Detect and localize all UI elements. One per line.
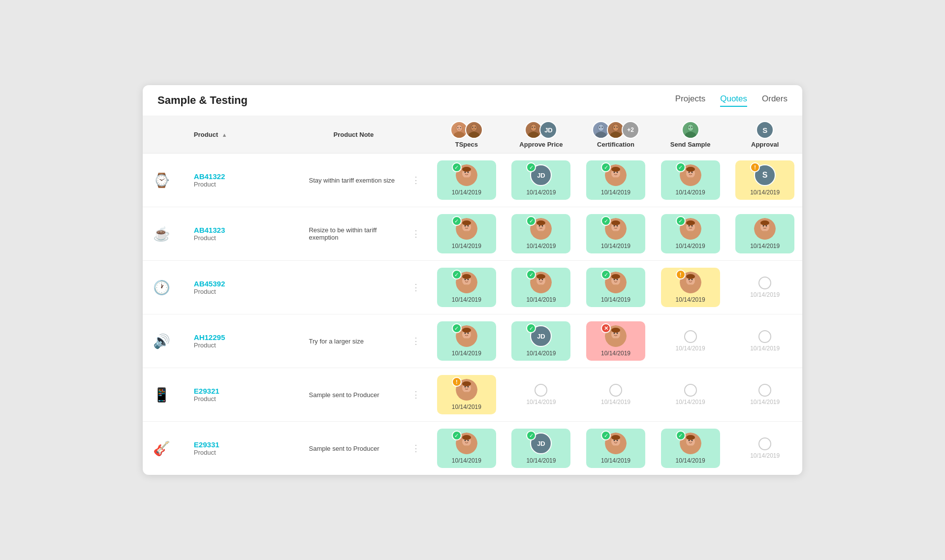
th-approve-avatars: JD — [525, 121, 557, 139]
row-menu-dots[interactable]: ⋮ — [408, 280, 424, 294]
approve-price-cell[interactable]: ✓ 10/14/2019 — [504, 261, 579, 314]
row-menu-cell[interactable]: ⋮ — [402, 207, 429, 261]
svg-point-28 — [689, 127, 690, 128]
svg-point-23 — [614, 127, 615, 128]
svg-point-3 — [457, 127, 458, 128]
svg-point-111 — [688, 279, 690, 280]
approve-price-cell[interactable]: ✓ 10/14/2019 — [504, 207, 579, 261]
svg-point-118 — [464, 333, 466, 334]
tspecs-cell[interactable]: ! 10/14/2019 — [429, 368, 504, 422]
product-label: Product — [194, 181, 301, 188]
svg-point-148 — [611, 435, 620, 440]
send-sample-cell[interactable]: ✓ 10/14/2019 — [653, 207, 728, 261]
send-sample-cell[interactable]: ✓ 10/14/2019 — [653, 422, 728, 475]
product-note: Try for a larger size — [309, 338, 364, 345]
certification-cell[interactable]: 10/14/2019 — [578, 368, 653, 422]
svg-point-2 — [457, 125, 462, 131]
certification-cell[interactable]: ✓ 10/14/2019 — [578, 207, 653, 261]
product-id[interactable]: AB41323 — [194, 226, 301, 234]
approval-cell[interactable]: 10/14/2019 — [727, 261, 802, 314]
product-id[interactable]: E29331 — [194, 440, 301, 449]
product-id[interactable]: AB41322 — [194, 172, 301, 181]
tab-projects[interactable]: Projects — [675, 94, 705, 107]
row-menu-dots[interactable]: ⋮ — [408, 441, 424, 455]
product-name-cell: AB45392 Product — [186, 261, 305, 314]
svg-point-71 — [611, 220, 620, 225]
svg-point-18 — [599, 127, 600, 128]
tspecs-cell[interactable]: ✓ 10/14/2019 — [429, 314, 504, 368]
approval-cell[interactable]: 10/14/2019 — [727, 422, 802, 475]
svg-point-17 — [598, 124, 604, 130]
tab-quotes[interactable]: Quotes — [720, 94, 747, 107]
tspecs-cell[interactable]: ✓ 10/14/2019 — [429, 154, 504, 207]
svg-point-76 — [688, 225, 690, 227]
certification-cell[interactable]: ✓ 10/14/2019 — [578, 154, 653, 207]
table-row: 🔊 AH12295 Product Try for a larger size … — [143, 314, 802, 368]
row-menu-dots[interactable]: ⋮ — [408, 334, 424, 348]
approval-cell[interactable]: 10/14/2019 — [727, 368, 802, 422]
approval-cell[interactable]: 10/14/2019 — [727, 314, 802, 368]
svg-point-98 — [542, 279, 543, 280]
main-table: Product ▲ Product Note — [143, 116, 802, 475]
svg-point-29 — [691, 127, 692, 128]
certification-cell[interactable]: ✓ 10/14/2019 — [578, 261, 653, 314]
table-container: Product ▲ Product Note — [143, 116, 802, 475]
product-image: 📱 — [147, 380, 176, 409]
th-approval-label: Approval — [751, 141, 779, 148]
row-menu-dots[interactable]: ⋮ — [408, 388, 424, 402]
product-name-cell: AB41322 Product — [186, 154, 305, 207]
row-menu-cell[interactable]: ⋮ — [402, 314, 429, 368]
send-sample-cell[interactable]: 10/14/2019 — [653, 368, 728, 422]
row-menu-dots[interactable]: ⋮ — [408, 227, 424, 241]
svg-point-91 — [467, 279, 469, 280]
tspecs-cell[interactable]: ✓ 10/14/2019 — [429, 207, 504, 261]
svg-point-90 — [464, 279, 466, 280]
tab-orders[interactable]: Orders — [762, 94, 788, 107]
svg-point-27 — [688, 124, 693, 130]
approval-cell[interactable]: 10/14/2019 — [727, 207, 802, 261]
th-cert-avatars: +2 — [592, 121, 639, 139]
approve-price-cell[interactable]: ✓ JD 10/14/2019 — [504, 422, 579, 475]
th-product[interactable]: Product ▲ — [186, 116, 305, 154]
approval-cell[interactable]: ! S 10/14/2019 — [727, 154, 802, 207]
product-id[interactable]: AB45392 — [194, 280, 301, 288]
row-menu-cell[interactable]: ⋮ — [402, 368, 429, 422]
send-sample-cell[interactable]: ✓ 10/14/2019 — [653, 154, 728, 207]
row-menu-cell[interactable]: ⋮ — [402, 422, 429, 475]
product-note: Stay within tariff exemtion size — [309, 177, 395, 184]
table-row: 🕐 AB45392 Product ⋮ ✓ 10/14/2019 — [143, 261, 802, 314]
th-approve-label: Approve Price — [519, 141, 563, 148]
product-label: Product — [194, 288, 301, 295]
row-menu-cell[interactable]: ⋮ — [402, 154, 429, 207]
svg-point-14 — [535, 127, 536, 128]
th-tspecs-avatars — [450, 121, 483, 139]
svg-point-127 — [611, 328, 620, 333]
certification-cell[interactable]: ✓ 10/14/2019 — [578, 422, 653, 475]
header: Sample & Testing Projects Quotes Orders — [143, 85, 802, 116]
svg-point-57 — [462, 220, 471, 225]
product-image: ☕ — [147, 219, 176, 249]
th-approval-avatars: S — [756, 121, 774, 139]
tspecs-cell[interactable]: ✓ 10/14/2019 — [429, 422, 504, 475]
product-image: 🎸 — [147, 434, 176, 463]
svg-point-132 — [464, 386, 466, 388]
row-menu-dots[interactable]: ⋮ — [408, 173, 424, 187]
svg-point-48 — [688, 172, 690, 173]
svg-point-104 — [614, 279, 615, 280]
send-sample-cell[interactable]: 10/14/2019 — [653, 314, 728, 368]
th-tspecs: TSpecs — [429, 116, 504, 154]
certification-cell[interactable]: ✕ 10/14/2019 — [578, 314, 653, 368]
tspecs-cell[interactable]: ✓ 10/14/2019 — [429, 261, 504, 314]
product-id[interactable]: AH12295 — [194, 333, 301, 342]
product-image-cell: 🕐 — [143, 261, 186, 314]
approve-price-cell[interactable]: ✓ JD 10/14/2019 — [504, 154, 579, 207]
send-sample-cell[interactable]: ! 10/14/2019 — [653, 261, 728, 314]
approve-price-cell[interactable]: ✓ JD 10/14/2019 — [504, 314, 579, 368]
sort-icon: ▲ — [222, 132, 227, 138]
product-id[interactable]: E29321 — [194, 387, 301, 395]
approve-price-cell[interactable]: 10/14/2019 — [504, 368, 579, 422]
product-note-cell: Try for a larger size — [305, 314, 402, 368]
th-approval: S Approval — [727, 116, 802, 154]
row-menu-cell[interactable]: ⋮ — [402, 261, 429, 314]
svg-point-19 — [602, 127, 603, 128]
